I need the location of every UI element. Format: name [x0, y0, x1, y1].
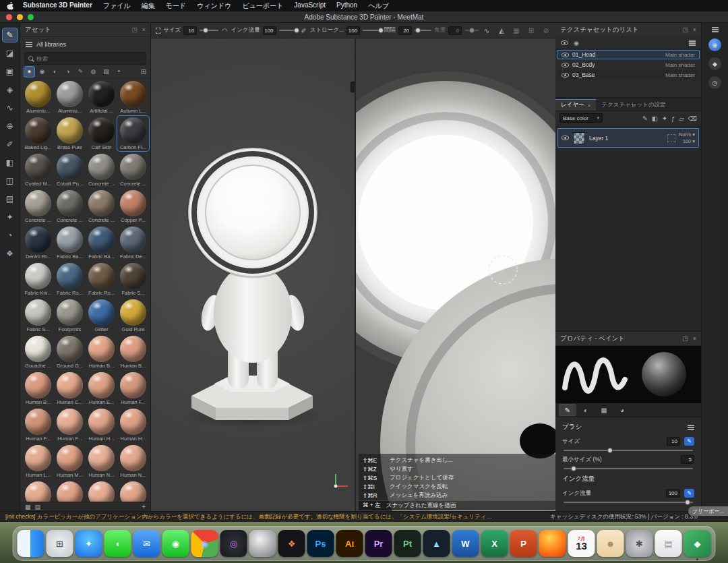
- eye-icon[interactable]: [562, 63, 569, 67]
- grid-icon[interactable]: ⊞: [526, 27, 536, 34]
- close-tab-icon[interactable]: ×: [588, 102, 591, 109]
- meetmat-model[interactable]: [151, 38, 355, 511]
- search-input[interactable]: [36, 55, 142, 62]
- channel-dropdown[interactable]: Base color ▾: [559, 113, 603, 123]
- illustrator-dock-icon[interactable]: Ai: [336, 530, 363, 557]
- 01_Head[interactable]: 01_Head Main shader: [557, 50, 700, 59]
- size-value[interactable]: 10: [183, 26, 197, 35]
- premiere-dock-icon[interactable]: Pr: [365, 530, 392, 557]
- asset-item[interactable]: Concrete ...: [86, 189, 117, 224]
- asset-item[interactable]: Human N...: [22, 480, 54, 502]
- pressure-pen-icon[interactable]: ✐: [300, 27, 307, 34]
- davinci-resolve-dock-icon[interactable]: ❖: [278, 530, 305, 557]
- excel-dock-icon[interactable]: X: [481, 530, 508, 557]
- asset-item[interactable]: Fabric De...: [117, 225, 149, 260]
- asset-item[interactable]: Fabric Ba...: [86, 225, 117, 260]
- affinity-dock-icon[interactable]: ▲: [423, 530, 450, 557]
- shader-settings-icon[interactable]: ❖: [3, 247, 18, 260]
- effects-icon[interactable]: ✦: [3, 210, 18, 224]
- asset-item[interactable]: Cobalt Pu...: [54, 152, 86, 187]
- asset-item[interactable]: Human F...: [117, 371, 149, 406]
- symmetry-icon[interactable]: ◭: [497, 27, 506, 34]
- menu-app[interactable]: Substance 3D Painter: [18, 1, 98, 11]
- assets-icon[interactable]: ▤: [3, 192, 18, 206]
- history-icon[interactable]: ◷: [708, 76, 721, 89]
- prop-size-slider[interactable]: [564, 450, 693, 451]
- asset-item[interactable]: Glitter: [86, 298, 117, 333]
- menu-edit[interactable]: 編集: [136, 1, 160, 11]
- paint-tool[interactable]: ✎: [3, 28, 18, 42]
- blend-mode[interactable]: Norm ▾: [679, 131, 695, 138]
- add-folder-icon[interactable]: ▱: [679, 115, 684, 122]
- filter-all[interactable]: ●: [24, 67, 34, 77]
- list-view-icon[interactable]: ▤: [35, 504, 41, 510]
- stroke-opacity-value[interactable]: 100: [346, 26, 360, 35]
- grid-view-icon[interactable]: ⊞: [141, 68, 146, 76]
- viewport-3d[interactable]: デフォルトカメラ▾ マテリアル▾: [151, 38, 355, 511]
- asset-item[interactable]: Concrete ...: [117, 152, 149, 187]
- eraser-tool[interactable]: ◪: [3, 47, 18, 60]
- close-panel-icon[interactable]: ×: [142, 26, 146, 33]
- tab-texture-set-settings[interactable]: テクスチャセットの設定: [596, 99, 671, 111]
- layer-opacity[interactable]: 100 ▾: [683, 138, 695, 144]
- asset-item[interactable]: Aluminiu...: [22, 80, 54, 115]
- asset-item[interactable]: Footprints: [54, 298, 86, 333]
- paint-layer-icon[interactable]: ✎: [642, 115, 648, 122]
- slider-knob[interactable]: [378, 28, 384, 33]
- close-panel-icon[interactable]: ×: [693, 26, 696, 33]
- smudge-tool[interactable]: ∿: [3, 101, 18, 115]
- asset-item[interactable]: Human B...: [86, 334, 117, 369]
- menu-file[interactable]: ファイル: [98, 1, 136, 11]
- material-picker-tool[interactable]: ✐: [3, 138, 18, 151]
- menu-help[interactable]: ヘルプ: [363, 1, 394, 11]
- menu-window[interactable]: ウィンドウ: [191, 1, 237, 11]
- asset-item[interactable]: Human L...: [22, 444, 54, 479]
- community-assets-icon[interactable]: ◆: [708, 57, 721, 70]
- snap-icon[interactable]: ⊘: [541, 27, 551, 34]
- clone-tool[interactable]: ⊕: [3, 119, 18, 133]
- tangent-wrap-icon[interactable]: ▦: [512, 27, 521, 34]
- falloff-curve-icon[interactable]: ◠: [221, 27, 228, 34]
- filter-textures[interactable]: ▨: [101, 67, 111, 77]
- size-slider[interactable]: [200, 30, 218, 31]
- asset-item[interactable]: Fabric S...: [117, 262, 149, 297]
- prop-size-value[interactable]: 10: [667, 437, 680, 446]
- solo-icon[interactable]: ◉: [574, 40, 579, 47]
- lazy-mouse-icon[interactable]: ∿: [482, 27, 491, 34]
- filter-alphas[interactable]: ◍: [88, 67, 98, 77]
- thumbnail-size-icon[interactable]: ▦: [25, 504, 31, 510]
- asset-item[interactable]: Autumn L...: [117, 80, 149, 115]
- asset-item[interactable]: Human H...: [117, 407, 149, 442]
- min-size-value[interactable]: 5: [681, 455, 694, 464]
- flow-slider[interactable]: [279, 30, 298, 31]
- tab-material[interactable]: ◕: [614, 405, 630, 415]
- substance-3d-painter-dock-icon[interactable]: ◆: [684, 530, 711, 557]
- spacing-slider[interactable]: [415, 30, 431, 31]
- mask-slot[interactable]: [667, 134, 675, 142]
- safari-dock-icon[interactable]: ✦: [75, 530, 102, 557]
- asset-item[interactable]: Denim Ri...: [22, 225, 54, 260]
- gray-sphere-app-icon[interactable]: [249, 530, 276, 557]
- menu-viewport[interactable]: ビューポート: [237, 1, 289, 11]
- slider-knob[interactable]: [415, 28, 421, 33]
- asset-item[interactable]: Artificial ...: [86, 80, 117, 115]
- calendar-dock-icon[interactable]: 7月 13: [568, 530, 595, 557]
- tab-stencil[interactable]: ▦: [596, 405, 612, 415]
- powerpoint-dock-icon[interactable]: P: [510, 530, 537, 557]
- facetime-dock-icon[interactable]: ◉: [162, 530, 189, 557]
- tab-layers[interactable]: レイヤー ×: [555, 99, 596, 111]
- uv-texture-view[interactable]: [356, 38, 555, 511]
- slider-knob[interactable]: [294, 28, 299, 33]
- display-settings-icon[interactable]: ◔: [3, 229, 18, 242]
- menu-mode[interactable]: モード: [160, 1, 191, 11]
- title-bar[interactable]: Adobe Substance 3D Painter - MeetMat: [0, 11, 728, 23]
- asset-item[interactable]: Baked Lig...: [22, 116, 54, 151]
- asset-item[interactable]: Concrete ...: [86, 152, 117, 187]
- asset-item[interactable]: Concrete ...: [22, 189, 54, 224]
- asset-item[interactable]: Gold Pure: [117, 298, 149, 333]
- filter-environments[interactable]: ◓: [114, 67, 124, 77]
- word-dock-icon[interactable]: W: [452, 530, 479, 557]
- asset-item[interactable]: Human N...: [86, 444, 117, 479]
- list-options-icon[interactable]: [689, 40, 696, 46]
- final-cut-dock-icon[interactable]: ◎: [220, 530, 247, 557]
